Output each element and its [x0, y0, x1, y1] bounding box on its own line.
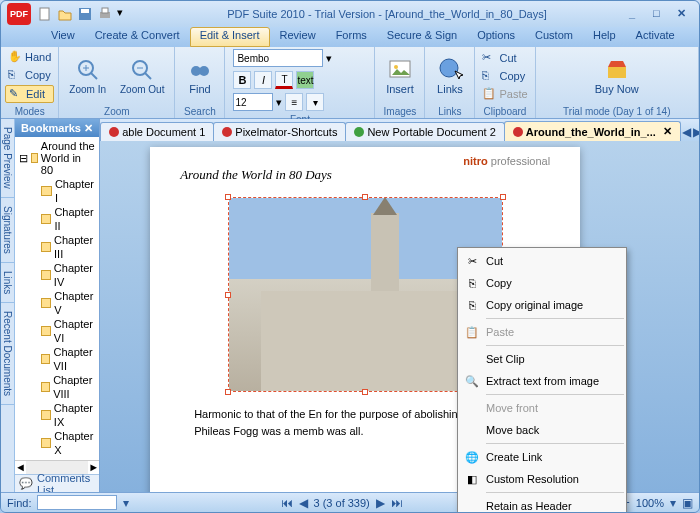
- side-tab-links[interactable]: Links: [1, 263, 14, 303]
- menu-item-help[interactable]: Help: [583, 27, 626, 47]
- font-size-select[interactable]: [233, 93, 273, 111]
- cut-button[interactable]: ✂Cut: [479, 50, 530, 66]
- app-logo[interactable]: PDF: [7, 3, 31, 25]
- titlebar: PDF ▾ PDF Suite 2010 - Trial Version - […: [1, 1, 699, 27]
- tab-close-icon[interactable]: ✕: [663, 125, 672, 138]
- find-input[interactable]: [37, 495, 117, 510]
- find-options-icon[interactable]: ▾: [123, 496, 129, 510]
- svg-rect-2: [81, 9, 89, 13]
- save-icon[interactable]: [77, 6, 93, 22]
- bookmark-item[interactable]: Chapter I: [17, 177, 97, 205]
- resize-handle[interactable]: [500, 194, 506, 200]
- resize-handle[interactable]: [225, 194, 231, 200]
- resize-handle[interactable]: [362, 389, 368, 395]
- bookmark-item[interactable]: Chapter VIII: [17, 373, 97, 401]
- first-page-icon[interactable]: ⏮: [281, 496, 293, 510]
- maximize-icon[interactable]: □: [653, 7, 669, 21]
- bookmark-item[interactable]: Chapter VII: [17, 345, 97, 373]
- bookmark-item[interactable]: Chapter IV: [17, 261, 97, 289]
- tab-next-icon[interactable]: ▶: [693, 125, 700, 139]
- resize-handle[interactable]: [362, 194, 368, 200]
- qat-dropdown-icon[interactable]: ▾: [117, 6, 133, 22]
- context-menu-extract-text-from-image[interactable]: 🔍Extract text from image: [460, 370, 624, 392]
- menu-item-activate[interactable]: Activate: [626, 27, 685, 47]
- font-family-select[interactable]: [233, 49, 323, 67]
- tab-status-icon: [109, 127, 119, 137]
- context-menu-create-link[interactable]: 🌐Create Link: [460, 446, 624, 468]
- window-title: PDF Suite 2010 - Trial Version - [Around…: [145, 8, 629, 20]
- window-controls: _ □ ✕: [629, 7, 693, 21]
- zoom-dropdown-icon[interactable]: ▾: [670, 496, 676, 510]
- hand-tool[interactable]: ✋Hand: [5, 49, 54, 65]
- collapse-icon[interactable]: ⊟: [19, 152, 28, 165]
- document-tab[interactable]: Around_the_World_in_...✕: [504, 121, 681, 141]
- resize-handle[interactable]: [225, 292, 231, 298]
- align-drop-icon[interactable]: ▾: [306, 93, 324, 111]
- menu-item-forms[interactable]: Forms: [326, 27, 377, 47]
- side-tab-page-preview[interactable]: Page Preview: [1, 119, 14, 198]
- size-dropdown-icon[interactable]: ▾: [276, 96, 282, 109]
- copy-button[interactable]: ⎘Copy: [479, 68, 530, 84]
- bookmark-item[interactable]: Chapter V: [17, 289, 97, 317]
- side-tab-signatures[interactable]: Signatures: [1, 198, 14, 263]
- print-icon[interactable]: [97, 6, 113, 22]
- bookmark-item[interactable]: Chapter II: [17, 205, 97, 233]
- panel-close-icon[interactable]: ✕: [84, 122, 93, 135]
- zoom-out-button[interactable]: Zoom Out: [114, 54, 170, 99]
- paste-button[interactable]: 📋Paste: [479, 86, 530, 102]
- menu-item-view[interactable]: View: [41, 27, 85, 47]
- menu-item-edit-insert[interactable]: Edit & Insert: [190, 27, 270, 47]
- context-menu-cut[interactable]: ✂Cut: [460, 250, 624, 272]
- highlight-button[interactable]: text: [296, 71, 314, 89]
- svg-line-6: [91, 73, 97, 79]
- bookmark-item[interactable]: Chapter VI: [17, 317, 97, 345]
- font-dropdown-icon[interactable]: ▾: [326, 52, 332, 65]
- view-mode-icon[interactable]: ▣: [682, 496, 693, 510]
- close-icon[interactable]: ✕: [677, 7, 693, 21]
- bookmark-item[interactable]: Chapter IX: [17, 401, 97, 429]
- font-color-button[interactable]: T: [275, 71, 293, 89]
- zoom-in-button[interactable]: Zoom In: [63, 54, 112, 99]
- bookmarks-header: Bookmarks ✕: [15, 119, 99, 137]
- comments-list-button[interactable]: 💬 Comments List: [15, 474, 99, 492]
- edit-icon: ✎: [9, 87, 23, 101]
- find-button[interactable]: Find: [182, 53, 218, 99]
- copy-tool[interactable]: ⎘Copy: [5, 67, 54, 83]
- paste-icon: 📋: [482, 87, 496, 101]
- menu-item-create-convert[interactable]: Create & Convert: [85, 27, 190, 47]
- menu-item-review[interactable]: Review: [270, 27, 326, 47]
- prev-page-icon[interactable]: ◀: [299, 496, 308, 510]
- next-page-icon[interactable]: ▶: [376, 496, 385, 510]
- menu-item-custom[interactable]: Custom: [525, 27, 583, 47]
- buy-now-button[interactable]: Buy Now: [589, 53, 645, 99]
- document-tab[interactable]: New Portable Document 2: [345, 122, 504, 141]
- context-menu-custom-resolution[interactable]: ◧Custom Resolution: [460, 468, 624, 490]
- open-icon[interactable]: [57, 6, 73, 22]
- document-tab[interactable]: Pixelmator-Shortcuts: [213, 122, 346, 141]
- links-button[interactable]: Links: [431, 53, 469, 99]
- menu-item-secure-sign[interactable]: Secure & Sign: [377, 27, 467, 47]
- ribbon-group-trial: Buy Now Trial mode (Day 1 of 14): [536, 47, 699, 118]
- menu-item-options[interactable]: Options: [467, 27, 525, 47]
- resize-handle[interactable]: [225, 389, 231, 395]
- edit-tool[interactable]: ✎Edit: [5, 85, 54, 103]
- context-menu-move-back[interactable]: Move back: [460, 419, 624, 441]
- context-menu-copy[interactable]: ⎘Copy: [460, 272, 624, 294]
- insert-image-button[interactable]: Insert: [380, 53, 420, 99]
- align-left-button[interactable]: ≡: [285, 93, 303, 111]
- last-page-icon[interactable]: ⏭: [391, 496, 403, 510]
- context-menu-retain-as-header[interactable]: Retain as Header: [460, 495, 624, 513]
- document-tab[interactable]: able Document 1: [100, 122, 214, 141]
- bookmark-root[interactable]: ⊟ Around the World in 80: [17, 139, 97, 177]
- bold-button[interactable]: B: [233, 71, 251, 89]
- side-tab-recent-documents[interactable]: Recent Documents: [1, 303, 14, 405]
- bookmark-item[interactable]: Chapter X: [17, 429, 97, 457]
- tab-prev-icon[interactable]: ◀: [682, 125, 691, 139]
- bookmark-item[interactable]: Chapter III: [17, 233, 97, 261]
- new-icon[interactable]: [37, 6, 53, 22]
- bookmarks-tree[interactable]: ⊟ Around the World in 80 Chapter IChapte…: [15, 137, 99, 460]
- italic-button[interactable]: I: [254, 71, 272, 89]
- context-menu-copy-original-image[interactable]: ⎘Copy original image: [460, 294, 624, 316]
- context-menu-set-clip[interactable]: Set Clip: [460, 348, 624, 370]
- minimize-icon[interactable]: _: [629, 7, 645, 21]
